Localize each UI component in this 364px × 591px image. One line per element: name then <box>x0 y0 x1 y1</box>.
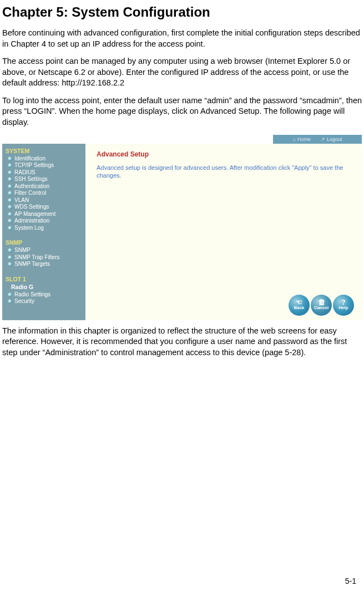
page-number: 5-1 <box>345 577 356 585</box>
menu-heading-slot1: SLOT 1 <box>6 276 85 282</box>
bullet-icon <box>8 177 12 181</box>
bullet-icon <box>8 156 12 161</box>
sidebar-item-label: SSH Settings <box>14 176 47 183</box>
sidebar-item-label: System Log <box>14 225 44 231</box>
sidebar-item-label: Security <box>14 299 34 305</box>
paragraph-1: Before continuing with advanced configur… <box>2 28 362 49</box>
sidebar-item-tcpip[interactable]: TCP/IP Settings <box>8 163 85 169</box>
button-row: ☜ Back 🗑 Cancel ? Help <box>289 295 354 316</box>
sidebar-item-ssh[interactable]: SSH Settings <box>8 176 85 183</box>
sidebar: SYSTEM Identification TCP/IP Settings RA… <box>2 144 85 320</box>
sidebar-item-label: Administration <box>14 218 49 224</box>
bullet-icon <box>8 262 12 266</box>
cancel-button-label: Cancel <box>314 306 328 310</box>
sidebar-item-ap-management[interactable]: AP Management <box>8 211 85 218</box>
sidebar-item-radius[interactable]: RADIUS <box>8 170 85 176</box>
menu-subheading-radio-g: Radio G <box>11 284 85 290</box>
bullet-icon <box>8 205 12 209</box>
sidebar-item-system-log[interactable]: System Log <box>8 225 85 231</box>
sidebar-item-label: Authentication <box>14 184 49 190</box>
sidebar-item-wds[interactable]: WDS Settings <box>8 204 85 210</box>
bullet-icon <box>8 163 12 168</box>
help-button[interactable]: ? Help <box>333 295 354 316</box>
sidebar-item-label: AP Management <box>14 211 55 218</box>
sidebar-item-identification[interactable]: Identification <box>8 156 85 162</box>
embedded-screenshot: ⌂Home ↗Logout SYSTEM Identification TCP/… <box>2 135 362 320</box>
sidebar-item-filter-control[interactable]: Filter Control <box>8 190 85 196</box>
home-link[interactable]: ⌂Home <box>293 137 311 142</box>
advanced-setup-desc: Advanced setup is designed for advanced … <box>97 164 354 180</box>
sidebar-item-label: RADIUS <box>14 170 36 176</box>
bullet-icon <box>8 191 12 195</box>
advanced-setup-title: Advanced Setup <box>97 150 354 158</box>
paragraph-2: The access point can be managed by any c… <box>2 56 362 89</box>
sidebar-item-label: SNMP <box>14 247 31 254</box>
sidebar-item-administration[interactable]: Administration <box>8 218 85 224</box>
sidebar-item-snmp-trap-filters[interactable]: SNMP Trap Filters <box>8 255 85 261</box>
paragraph-4: The information in this chapter is organ… <box>2 326 362 358</box>
paragraph-3: To log into the access point, enter the … <box>2 95 362 128</box>
bullet-icon <box>8 299 12 304</box>
menu-heading-system: SYSTEM <box>6 148 85 154</box>
sidebar-item-label: SNMP Targets <box>14 261 50 267</box>
sidebar-item-label: Radio Settings <box>14 292 50 298</box>
bullet-icon <box>8 170 12 175</box>
bullet-icon <box>8 219 12 223</box>
sidebar-item-snmp[interactable]: SNMP <box>8 247 85 254</box>
help-button-label: Help <box>338 306 348 310</box>
home-icon: ⌂ <box>293 137 296 142</box>
back-button-label: Back <box>294 306 304 310</box>
sidebar-item-label: WDS Settings <box>14 204 49 210</box>
bullet-icon <box>8 212 12 216</box>
sidebar-item-label: SNMP Trap Filters <box>14 255 60 261</box>
bullet-icon <box>8 184 12 189</box>
sidebar-item-security[interactable]: Security <box>8 299 85 305</box>
bullet-icon <box>8 248 12 252</box>
bullet-icon <box>8 255 12 260</box>
sidebar-item-label: Filter Control <box>14 190 46 196</box>
main-panel: Advanced Setup Advanced setup is designe… <box>85 144 362 320</box>
logout-icon: ↗ <box>321 137 325 142</box>
bullet-icon <box>8 226 12 230</box>
back-button[interactable]: ☜ Back <box>289 295 310 316</box>
sidebar-item-label: Identification <box>14 156 46 162</box>
sidebar-item-vlan[interactable]: VLAN <box>8 198 85 204</box>
cancel-button[interactable]: 🗑 Cancel <box>311 295 332 316</box>
bullet-icon <box>8 292 12 297</box>
logout-link[interactable]: ↗Logout <box>321 137 342 142</box>
menu-heading-snmp: SNMP <box>6 240 85 246</box>
sidebar-item-label: TCP/IP Settings <box>14 163 54 169</box>
topbar: ⌂Home ↗Logout <box>273 135 362 144</box>
sidebar-item-label: VLAN <box>14 198 29 204</box>
bullet-icon <box>8 198 12 203</box>
sidebar-item-radio-settings[interactable]: Radio Settings <box>8 292 85 298</box>
sidebar-item-authentication[interactable]: Authentication <box>8 184 85 190</box>
chapter-title: Chapter 5: System Configuration <box>2 4 362 20</box>
sidebar-item-snmp-targets[interactable]: SNMP Targets <box>8 261 85 267</box>
